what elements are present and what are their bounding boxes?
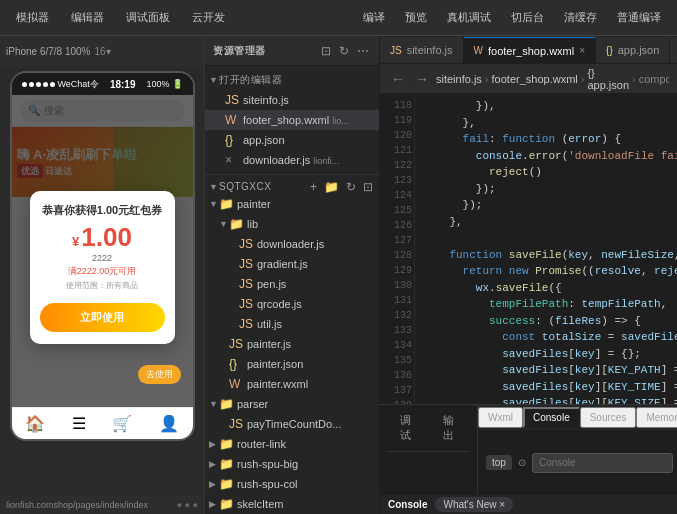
tree-folder-routerlink[interactable]: ▶ 📁 router-link <box>205 434 379 454</box>
more-btn[interactable]: ⋯ <box>355 43 371 59</box>
amount-value: 1.00 <box>81 224 132 250</box>
open-file-siteinfo-label: siteinfo.js <box>243 94 289 106</box>
filter-input[interactable] <box>532 453 673 473</box>
project-new-folder-btn[interactable]: 📁 <box>322 179 341 195</box>
refresh-btn[interactable]: ↻ <box>337 43 351 59</box>
tab-memory[interactable]: Memory <box>636 407 677 428</box>
rp-condition: 使用范围：所有商品 <box>40 280 165 291</box>
parser-folder-icon: 📁 <box>219 397 235 411</box>
rp-discount: 满2222.00元可用 <box>40 265 165 278</box>
footer-close-icon[interactable]: × <box>579 45 585 56</box>
tree-file-gradient[interactable]: JS gradient.js <box>205 254 379 274</box>
tree-file-pen[interactable]: JS pen.js <box>205 274 379 294</box>
phone-bottom-nav: 🏠 ☰ 🛒 👤 <box>12 407 193 439</box>
filter-scope[interactable]: top <box>486 455 512 470</box>
red-packet-card: 恭喜你获得1.00元红包券 ¥ 1.00 2222 满2222.00元可用 使用… <box>30 191 175 344</box>
qr-file-label: qrcode.js <box>257 298 302 310</box>
currency-symbol: ¥ <box>72 234 79 249</box>
tree-file-paytime[interactable]: JS payTimeCountDo... <box>205 414 379 434</box>
tree-file-painterwxml[interactable]: W painter.wxml <box>205 374 379 394</box>
tree-folder-rushspucol[interactable]: ▶ 📁 rush-spu-col <box>205 474 379 494</box>
dl-file-label: downloader.js <box>257 238 324 250</box>
tree-folder-parser[interactable]: ▼ 📁 parser <box>205 394 379 414</box>
signal-dot-2 <box>29 82 34 87</box>
debug-tab-output[interactable]: 输出 <box>431 409 466 447</box>
tree-file-util[interactable]: JS util.js <box>205 314 379 334</box>
forward-btn[interactable]: → <box>412 69 432 89</box>
project-refresh-btn[interactable]: ↻ <box>344 179 358 195</box>
rp-code: 2222 <box>40 253 165 263</box>
tree-file-downloader[interactable]: JS downloader.js <box>205 234 379 254</box>
code-breadcrumb: siteinfo.js › footer_shop.wxml › {} app.… <box>436 67 669 91</box>
battery-icon: 🔋 <box>172 79 183 89</box>
parser-label: parser <box>237 398 268 410</box>
preview-btn[interactable]: 预览 <box>397 8 435 27</box>
phone-model-label: iPhone 6/7/8 100% <box>6 46 91 57</box>
tree-file-painterjs[interactable]: JS painter.js <box>205 334 379 354</box>
open-file-app[interactable]: {} app.json <box>205 130 379 150</box>
battery-percent: 100% <box>146 79 169 89</box>
code-area: 118 119 120 121 122 123 124 125 126 127 … <box>380 94 677 404</box>
nav-home-icon[interactable]: 🏠 <box>25 414 45 433</box>
tab-app[interactable]: {} app.json <box>596 37 670 63</box>
tab-wxml[interactable]: Wxml <box>478 407 523 428</box>
collapse-btn[interactable]: ⊡ <box>319 43 333 59</box>
open-file-downloader[interactable]: × downloader.js lionfi... <box>205 150 379 170</box>
clear-cache-btn[interactable]: 清缓存 <box>556 8 605 27</box>
json-file-icon: {} <box>225 133 241 147</box>
toolbar-debug-btn[interactable]: 调试面板 <box>118 8 178 27</box>
tree-folder-painter[interactable]: ▼ 📁 painter <box>205 194 379 214</box>
signal-dot-4 <box>43 82 48 87</box>
toolbar-editor-btn[interactable]: 编辑器 <box>63 8 112 27</box>
filter-icon: ⊙ <box>518 457 526 468</box>
open-file-siteinfo[interactable]: JS siteinfo.js <box>205 90 379 110</box>
project-collapse-btn[interactable]: ⊡ <box>361 179 375 195</box>
toolbar-simulator-btn[interactable]: 模拟器 <box>8 8 57 27</box>
open-file-app-label: app.json <box>243 134 285 146</box>
close-file-icon: × <box>225 153 241 167</box>
debug-panel: 调试 输出 终端 Wxml Console Sources Memory Net… <box>380 404 677 514</box>
pjson-file-icon: {} <box>229 357 245 371</box>
toolbar-cloud-btn[interactable]: 云开发 <box>184 8 233 27</box>
phone-url-dots: ● ● ● <box>177 500 198 510</box>
debug-left-panel: 调试 输出 终端 <box>380 405 477 494</box>
wxml-file-icon: W <box>225 113 241 127</box>
tab-siteinfo[interactable]: JS siteinfo.js <box>380 37 464 63</box>
tab-footer[interactable]: W footer_shop.wxml × <box>464 37 597 63</box>
rp-action-button[interactable]: 立即使用 <box>40 303 165 332</box>
tree-file-painterjson[interactable]: {} painter.json <box>205 354 379 374</box>
ski-arrow: ▶ <box>209 499 219 509</box>
breadcrumb-sep-2: › <box>581 73 585 85</box>
open-editors-section[interactable]: ▼ 打开的编辑器 <box>205 70 379 90</box>
whats-new-badge[interactable]: What's New × <box>435 497 513 512</box>
red-packet-overlay[interactable]: 恭喜你获得1.00元红包券 ¥ 1.00 2222 满2222.00元可用 使用… <box>12 95 193 439</box>
tree-folder-rushspubig[interactable]: ▶ 📁 rush-spu-big <box>205 454 379 474</box>
open-file-footer[interactable]: W footer_shop.wxml lio... <box>205 110 379 130</box>
nav-category-icon[interactable]: ☰ <box>72 414 86 433</box>
real-debug-btn[interactable]: 真机调试 <box>439 8 499 27</box>
project-new-file-btn[interactable]: + <box>308 179 319 195</box>
nav-profile-icon[interactable]: 👤 <box>159 414 179 433</box>
pt-file-label: payTimeCountDo... <box>247 418 341 430</box>
compile-btn[interactable]: 编译 <box>355 8 393 27</box>
normal-compile-btn[interactable]: 普通编译 <box>609 8 669 27</box>
tab-console[interactable]: Console <box>523 407 580 428</box>
code-content[interactable]: }), }, fail: function (error) { console.… <box>415 94 677 404</box>
switch-bg-btn[interactable]: 切后台 <box>503 8 552 27</box>
tab-components[interactable]: JS ↵ app <box>670 37 677 63</box>
project-section[interactable]: ▼ SQTGXCX + 📁 ↻ ⊡ <box>205 174 379 194</box>
project-arrow: ▼ <box>209 182 219 192</box>
debug-tab-debug[interactable]: 调试 <box>388 409 423 447</box>
breadcrumb-item-4: components <box>639 73 669 85</box>
tree-folder-skelcitem[interactable]: ▶ 📁 skelcItem <box>205 494 379 514</box>
tree-file-qrcode[interactable]: JS qrcode.js <box>205 294 379 314</box>
breadcrumb-item-3: {} app.json <box>587 67 629 91</box>
tree-folder-lib[interactable]: ▼ 📁 lib <box>205 214 379 234</box>
lib-folder-icon: 📁 <box>229 217 245 231</box>
phone-content[interactable]: 🔍 搜索 嗨 A·凌乱刷刷下单啦 优选 日送达 <box>12 95 193 439</box>
tab-sources[interactable]: Sources <box>580 407 637 428</box>
phone-simulator-panel: iPhone 6/7/8 100% 16▾ WeChat令 <box>0 36 205 514</box>
back-btn[interactable]: ← <box>388 69 408 89</box>
rp-use-button[interactable]: 去使用 <box>138 365 181 384</box>
nav-cart-icon[interactable]: 🛒 <box>112 414 132 433</box>
